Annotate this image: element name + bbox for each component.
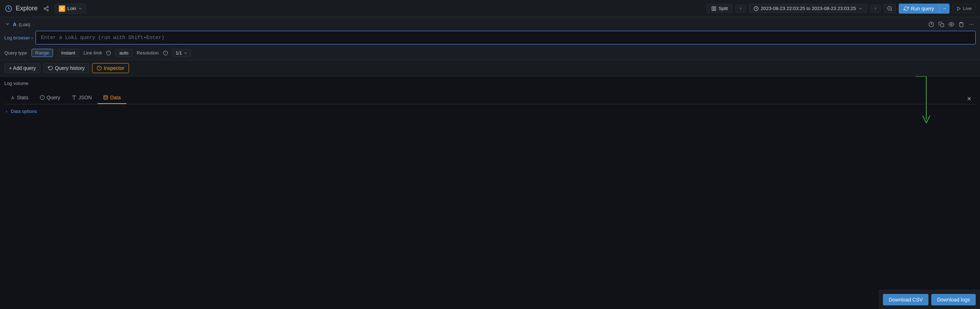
tab-data[interactable]: Data (97, 92, 126, 104)
datasource-selector[interactable]: Loki (55, 3, 86, 14)
query-icon (40, 95, 45, 100)
query-letter: A (13, 22, 16, 27)
query-input-row: Log browser › (4, 31, 976, 45)
query-input[interactable] (35, 31, 976, 45)
svg-point-18 (971, 24, 972, 25)
add-query-button[interactable]: + Add query (4, 63, 40, 73)
query-actions (927, 20, 976, 29)
more-options-button[interactable] (967, 20, 976, 29)
split-label: Split (719, 6, 728, 11)
tab-stats-label: Stats (17, 95, 28, 100)
query-options-row: Query type Range Instant Line limit auto… (4, 47, 976, 59)
tab-json[interactable]: JSON (66, 92, 97, 104)
datasource-name: Loki (67, 6, 76, 11)
copy-icon (939, 22, 944, 27)
svg-point-16 (951, 24, 952, 25)
query-history-label: Query history (55, 65, 84, 71)
run-query-button[interactable]: Run query (899, 3, 939, 14)
info-icon (106, 51, 111, 56)
svg-rect-6 (712, 6, 714, 10)
chevron-down-icon (183, 51, 188, 55)
run-query-dropdown[interactable] (939, 3, 950, 14)
stats-icon (10, 95, 15, 100)
arrow-annotation (905, 76, 948, 141)
download-logs-button[interactable]: Download logs (931, 294, 976, 306)
split-button[interactable]: Split (707, 4, 732, 13)
inspector-label: Inspector (103, 65, 124, 71)
svg-point-39 (104, 96, 108, 97)
tab-json-label: JSON (78, 95, 92, 100)
zoom-out-icon (887, 6, 892, 11)
query-source: (Loki) (19, 22, 30, 27)
data-icon (103, 95, 108, 100)
tab-query[interactable]: Query (34, 92, 66, 104)
chevron-down-icon (5, 22, 10, 27)
svg-line-5 (46, 7, 47, 8)
collapse-button[interactable] (4, 21, 11, 28)
range-button[interactable]: Range (32, 49, 53, 57)
line-limit-value: auto (119, 50, 128, 56)
tab-data-label: Data (110, 95, 121, 100)
live-button[interactable]: Live (953, 4, 976, 13)
time-range-value: 2023-08-23 22:03:25 to 2023-08-23 23:03:… (761, 6, 856, 11)
trash-icon (959, 22, 964, 27)
tab-stats[interactable]: Stats (4, 92, 34, 104)
download-csv-label: Download CSV (889, 297, 923, 303)
explore-icon (4, 4, 13, 13)
data-options-expand[interactable]: Data options (4, 108, 37, 114)
chevron-down-icon (78, 6, 83, 11)
delete-query-button[interactable] (957, 20, 966, 29)
arrow-right-icon (873, 6, 878, 11)
query-row-header: A (Loki) (4, 20, 976, 29)
resolution-label: Resolution (137, 50, 159, 56)
close-panel-button[interactable]: ✕ (967, 96, 971, 102)
query-history-button[interactable]: Query history (43, 63, 89, 73)
svg-point-2 (44, 8, 46, 9)
svg-marker-12 (957, 6, 960, 10)
svg-rect-15 (940, 24, 944, 27)
instant-button[interactable]: Instant (57, 49, 79, 57)
ellipsis-icon (969, 22, 974, 27)
svg-point-17 (969, 24, 970, 25)
info-icon (163, 51, 168, 56)
share-button[interactable] (42, 4, 51, 13)
clock-icon (754, 6, 759, 11)
run-query-group: Run query (899, 3, 950, 14)
download-logs-label: Download logs (937, 297, 970, 303)
inspector-button[interactable]: Inspector (92, 63, 129, 73)
main-content: Log volume Stats Query JSON (0, 76, 980, 123)
svg-point-3 (47, 9, 48, 11)
refresh-icon (904, 6, 909, 11)
hide-query-button[interactable] (947, 20, 956, 29)
chevron-down-icon (858, 6, 862, 11)
copy-button[interactable] (937, 20, 946, 29)
query-type-label: Query type (4, 50, 27, 56)
eye-icon (948, 22, 954, 27)
download-csv-button[interactable]: Download CSV (883, 294, 928, 306)
app-title: Explore (16, 5, 38, 12)
time-range-picker[interactable]: 2023-08-23 22:03:25 to 2023-08-23 23:03:… (749, 4, 867, 13)
resolution-select[interactable]: 1/1 (172, 49, 191, 57)
svg-line-4 (46, 9, 47, 10)
instant-label: Instant (61, 50, 75, 56)
svg-line-10 (891, 10, 892, 11)
svg-point-1 (47, 6, 48, 8)
add-query-label: + Add query (9, 65, 36, 71)
arrow-left-icon (738, 6, 743, 11)
line-limit-input[interactable]: auto (115, 49, 132, 57)
history-icon (48, 65, 53, 71)
data-options-row: Data options (4, 104, 976, 118)
log-browser-label: Log browser › (4, 35, 33, 40)
run-query-label: Run query (911, 6, 934, 11)
zoom-out-button[interactable] (884, 4, 896, 13)
resolution-value: 1/1 (175, 50, 182, 56)
help-button[interactable] (927, 20, 935, 29)
data-options-label: Data options (11, 108, 37, 114)
info-icon (97, 65, 102, 71)
log-browser-button[interactable]: Log browser › (4, 35, 33, 40)
time-forward-button[interactable] (870, 5, 881, 13)
download-bar: Download CSV Download logs (879, 290, 980, 309)
split-icon (711, 6, 716, 11)
time-back-button[interactable] (735, 5, 746, 13)
svg-rect-7 (714, 6, 716, 10)
